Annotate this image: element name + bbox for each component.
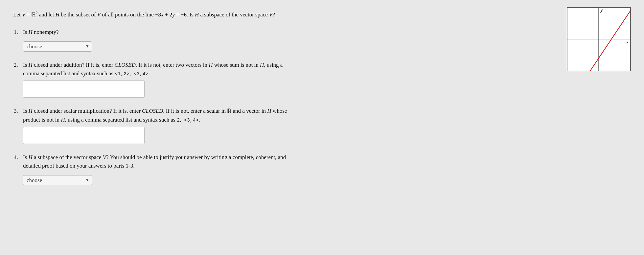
- question-4-text: Is H a subspace of the vector space V? Y…: [23, 153, 286, 171]
- question-4: 4. Is H a subspace of the vector space V…: [13, 153, 434, 185]
- question-1-text: Is H nonempty?: [23, 28, 59, 36]
- question-4-select-wrapper[interactable]: choose Yes No ▼: [23, 175, 92, 185]
- main-question-text: Let V = ℝ2 and let H be the subset of V …: [13, 10, 434, 19]
- question-2-input[interactable]: [23, 81, 145, 98]
- question-1: 1. Is H nonempty? choose Yes No ▼: [13, 28, 434, 51]
- question-3-number: 3.: [14, 107, 23, 115]
- question-3-label: 3. Is H closed under scalar multiplicati…: [23, 107, 434, 124]
- question-3: 3. Is H closed under scalar multiplicati…: [13, 107, 434, 144]
- question-1-number: 1.: [14, 28, 23, 36]
- question-3-input[interactable]: [23, 127, 145, 144]
- question-4-select[interactable]: choose Yes No: [23, 175, 92, 185]
- question-1-select-wrapper[interactable]: choose Yes No ▼: [23, 41, 92, 52]
- question-2-label: 2. Is H closed under addition? If it is,…: [23, 61, 434, 78]
- question-3-text: Is H closed under scalar multiplication?…: [23, 107, 287, 124]
- question-2-number: 2.: [14, 61, 23, 69]
- svg-text:y: y: [600, 8, 603, 13]
- svg-text:x: x: [626, 39, 629, 44]
- question-1-select[interactable]: choose Yes No: [23, 41, 92, 52]
- question-4-number: 4.: [14, 153, 23, 162]
- graph-diagram: y x: [567, 7, 631, 71]
- question-2-text: Is H closed under addition? If it is, en…: [23, 61, 283, 78]
- question-4-label: 4. Is H a subspace of the vector space V…: [23, 153, 434, 171]
- question-1-label: 1. Is H nonempty?: [23, 28, 434, 36]
- questions-container: 1. Is H nonempty? choose Yes No ▼ 2. Is …: [13, 28, 434, 185]
- question-2: 2. Is H closed under addition? If it is,…: [13, 61, 434, 98]
